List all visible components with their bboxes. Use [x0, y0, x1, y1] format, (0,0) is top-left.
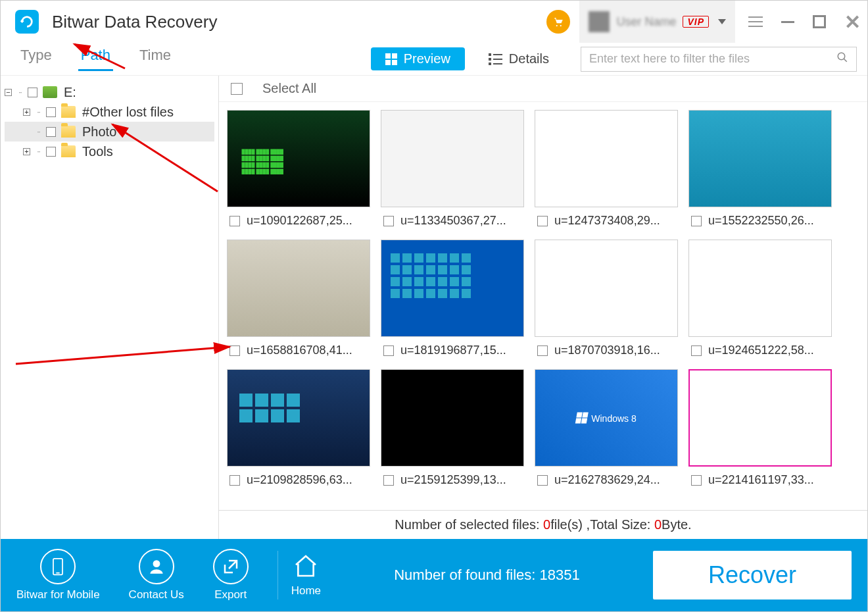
file-checkbox[interactable]	[537, 475, 548, 486]
file-checkbox[interactable]	[383, 345, 394, 356]
preview-view-button[interactable]: Preview	[371, 47, 465, 70]
svg-line-3	[844, 59, 847, 62]
tree-item[interactable]: +···Tools	[5, 141, 214, 161]
file-checkbox[interactable]	[691, 216, 702, 226]
file-card[interactable]: u=1819196877,15...	[381, 240, 524, 357]
cart-button[interactable]	[546, 10, 570, 34]
file-name: u=2162783629,24...	[554, 473, 660, 487]
file-thumbnail[interactable]	[381, 369, 524, 467]
tree-root[interactable]: − ··· E:	[5, 82, 214, 102]
file-thumbnail[interactable]	[535, 240, 678, 337]
file-card[interactable]: u=1658816708,41...	[227, 240, 370, 357]
file-checkbox[interactable]	[229, 475, 240, 486]
file-checkbox[interactable]	[537, 345, 548, 356]
file-checkbox[interactable]	[691, 475, 702, 486]
tree-item-label: Tools	[82, 144, 113, 159]
chevron-down-icon[interactable]	[718, 19, 726, 24]
tab-path[interactable]: Path	[78, 47, 113, 71]
vip-badge: VIP	[683, 16, 709, 28]
svg-line-7	[229, 561, 237, 569]
found-count: Number of found files: 18351	[321, 567, 653, 584]
preview-label: Preview	[404, 51, 450, 66]
status-bar: Number of selected files: 0file(s) ,Tota…	[219, 510, 867, 539]
folder-icon	[61, 145, 76, 157]
tab-time[interactable]: Time	[137, 47, 174, 71]
tree-checkbox[interactable]	[46, 147, 56, 157]
file-name: u=2109828596,63...	[247, 473, 352, 487]
file-card[interactable]: Windows 8u=2162783629,24...	[535, 369, 678, 487]
home-button[interactable]: Home	[291, 553, 321, 598]
tree-item-label: #Other lost files	[82, 105, 174, 120]
expand-icon[interactable]: +	[23, 148, 30, 155]
file-thumbnail[interactable]: ████ ████ ████████ ████ ████████ ████ ██…	[227, 110, 370, 207]
file-card[interactable]: u=2159125399,13...	[381, 369, 524, 487]
tree-checkbox[interactable]	[28, 88, 37, 97]
select-all-row[interactable]: Select All	[219, 76, 867, 102]
file-checkbox[interactable]	[383, 475, 394, 486]
file-card[interactable]: u=2109828596,63...	[227, 369, 370, 487]
file-checkbox[interactable]	[691, 345, 702, 356]
tab-type[interactable]: Type	[18, 47, 55, 71]
export-button[interactable]: Export	[213, 549, 249, 601]
file-card[interactable]: u=1552232550,26...	[688, 110, 832, 228]
file-card[interactable]: u=2214161197,33...	[688, 369, 832, 487]
file-card[interactable]: u=1133450367,27...	[381, 110, 524, 228]
file-thumbnail[interactable]	[227, 240, 370, 337]
search-box[interactable]	[581, 47, 857, 72]
folder-icon	[61, 106, 76, 118]
file-card[interactable]: u=1870703918,16...	[535, 240, 678, 357]
minimize-button[interactable]	[781, 21, 794, 23]
details-label: Details	[509, 51, 549, 66]
file-name: u=1819196877,15...	[400, 344, 506, 357]
tree-root-label: E:	[64, 85, 76, 100]
tree-checkbox[interactable]	[46, 107, 56, 117]
person-icon	[139, 549, 174, 584]
file-thumbnail[interactable]	[227, 369, 370, 467]
app-logo-icon	[15, 10, 39, 34]
file-checkbox[interactable]	[537, 216, 548, 226]
file-card[interactable]: ████ ████ ████████ ████ ████████ ████ ██…	[227, 110, 370, 228]
file-thumbnail[interactable]: Windows 8	[535, 369, 678, 467]
user-name: User Name	[616, 15, 676, 29]
file-thumbnail[interactable]	[381, 240, 524, 337]
file-name: u=1870703918,16...	[554, 344, 660, 357]
file-thumbnail[interactable]	[535, 110, 678, 207]
file-card[interactable]: u=1924651222,58...	[688, 240, 832, 357]
file-name: u=1090122687,25...	[247, 214, 352, 228]
file-thumbnail[interactable]	[688, 369, 832, 467]
collapse-icon[interactable]: −	[5, 89, 12, 96]
select-all-checkbox[interactable]	[231, 83, 243, 95]
user-area[interactable]: User Name VIP	[579, 1, 735, 43]
recover-button[interactable]: Recover	[653, 551, 852, 599]
contact-button[interactable]: Contact Us	[129, 549, 184, 601]
file-name: u=1552232550,26...	[708, 214, 814, 228]
details-view-button[interactable]: Details	[474, 47, 564, 70]
file-name: u=1924651222,58...	[708, 344, 814, 357]
tree-item[interactable]: +···Photo	[5, 122, 214, 141]
mobile-button[interactable]: Bitwar for Mobile	[16, 549, 100, 601]
expand-icon[interactable]: +	[23, 109, 30, 116]
close-button[interactable]: ✕	[844, 11, 861, 34]
file-checkbox[interactable]	[229, 216, 240, 226]
tree-item[interactable]: +···#Other lost files	[5, 102, 214, 122]
file-checkbox[interactable]	[383, 216, 394, 226]
file-name: u=1658816708,41...	[247, 344, 352, 357]
maximize-button[interactable]	[813, 15, 826, 28]
bottombar: Bitwar for Mobile Contact Us Export Home…	[1, 539, 867, 611]
svg-point-6	[153, 560, 160, 567]
home-icon	[293, 553, 319, 579]
list-icon	[489, 53, 502, 65]
search-input[interactable]	[589, 52, 836, 66]
file-thumbnail[interactable]	[688, 240, 832, 337]
file-name: u=1247373408,29...	[554, 214, 660, 228]
file-thumbnail[interactable]	[381, 110, 524, 207]
file-thumbnail[interactable]	[688, 110, 832, 207]
menu-button[interactable]	[748, 16, 763, 27]
file-name: u=2214161197,33...	[708, 473, 814, 487]
file-checkbox[interactable]	[229, 345, 240, 356]
file-card[interactable]: u=1247373408,29...	[535, 110, 678, 228]
search-icon[interactable]	[836, 51, 848, 66]
drive-icon	[43, 86, 57, 98]
file-name: u=1133450367,27...	[400, 214, 506, 228]
tree-checkbox[interactable]	[46, 127, 56, 137]
